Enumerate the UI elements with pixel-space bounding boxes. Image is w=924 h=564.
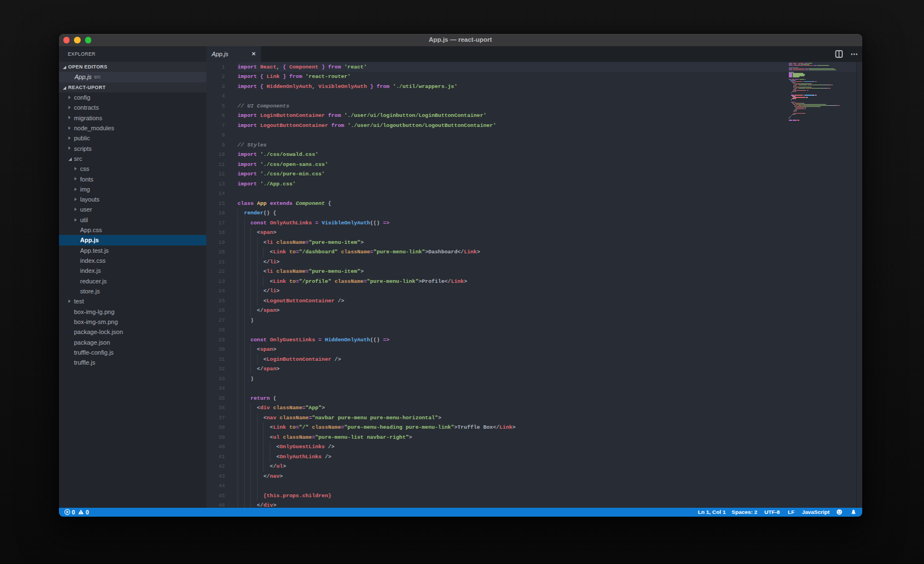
svg-text:0: 0 [72, 509, 75, 516]
svg-text:0: 0 [86, 509, 89, 516]
